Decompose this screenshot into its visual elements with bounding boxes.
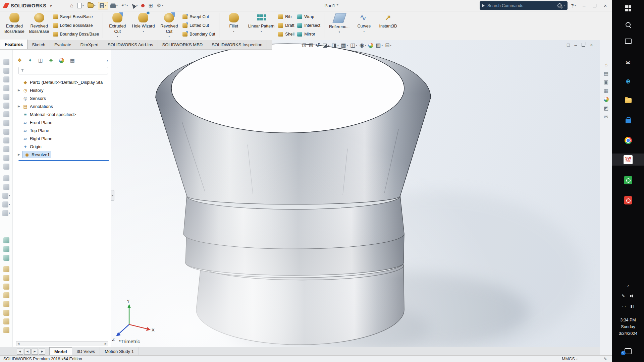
close-button[interactable]: × <box>602 3 609 8</box>
tool-icon[interactable] <box>3 301 9 307</box>
part-model[interactable] <box>111 40 600 347</box>
file-explorer-icon[interactable]: ▣ <box>604 79 608 84</box>
volume-icon[interactable] <box>630 294 635 298</box>
tab-scroll-prev[interactable]: ◀ <box>24 349 31 355</box>
previous-view-button[interactable]: ↺ <box>316 43 320 48</box>
forum-icon[interactable]: ✉ <box>604 114 608 119</box>
tool-icon[interactable] <box>3 146 9 152</box>
edge-app-button[interactable]: e <box>612 76 644 86</box>
home-button[interactable]: ⌂ <box>69 2 75 9</box>
tab-sketch[interactable]: Sketch <box>28 40 50 49</box>
tool-icon[interactable]: ▾ <box>2 191 10 200</box>
swept-boss-base-button[interactable]: Swept Boss/Base <box>53 13 99 20</box>
undo-button[interactable]: ↶▾ <box>120 2 129 9</box>
options-table-button[interactable]: ⊞ <box>147 2 154 9</box>
extruded-boss-base-button[interactable]: ExtrudedBoss/Base <box>2 11 27 40</box>
green-app-button[interactable] <box>612 174 644 186</box>
doc-minimize-button[interactable]: – <box>574 42 577 48</box>
revolved-boss-base-button[interactable]: RevolvedBoss/Base <box>27 11 52 40</box>
tab-scroll-next[interactable]: ▶ <box>32 349 38 355</box>
scroll-right-arrow[interactable]: ▶ <box>105 342 107 345</box>
search-input[interactable] <box>487 3 555 8</box>
tool-icon[interactable]: ▾ <box>2 209 10 218</box>
maximize-button[interactable] <box>591 3 598 8</box>
tool-icon[interactable] <box>3 275 9 281</box>
tab-evaluate[interactable]: Evaluate <box>50 40 76 49</box>
tool-icon[interactable] <box>3 137 9 143</box>
fillet-button[interactable]: Fillet ▾ <box>222 11 246 40</box>
scroll-left-arrow[interactable]: ◀ <box>17 342 19 345</box>
lofted-boss-base-button[interactable]: Lofted Boss/Base <box>53 22 99 29</box>
shell-button[interactable]: Shell <box>278 31 294 38</box>
open-button[interactable]: ▾ <box>86 2 97 9</box>
tab-solidworks-inspection[interactable]: SOLIDWORKS Inspection <box>207 40 267 49</box>
rebuild-button[interactable] <box>140 3 146 8</box>
swept-cut-button[interactable]: Swept Cut <box>182 13 215 20</box>
tab-solidworks-add-ins[interactable]: SOLIDWORKS Add-Ins <box>103 40 158 49</box>
tree-item-revolve1[interactable]: ▶ ◉ Revolve1 <box>12 150 111 159</box>
view-orientation-button[interactable]: ▦▾ <box>341 43 348 48</box>
tool-icon[interactable] <box>3 76 9 82</box>
red-app-button[interactable] <box>612 194 644 206</box>
lofted-cut-button[interactable]: Lofted Cut <box>182 22 215 29</box>
curves-button[interactable]: Curves ▾ <box>352 11 376 40</box>
tool-icon[interactable] <box>3 237 9 243</box>
tool-icon[interactable] <box>3 255 9 261</box>
expand-arrow-icon[interactable]: ▶ <box>18 105 22 108</box>
apply-scene-button[interactable]: ▨▾ <box>376 43 383 48</box>
tool-icon[interactable] <box>3 155 9 161</box>
tab-scroll-last[interactable]: ▶ <box>39 349 45 355</box>
tool-icon[interactable] <box>3 164 9 170</box>
tree-item-history[interactable]: ▶ ◷ History <box>12 86 111 94</box>
wrap-button[interactable]: Wrap <box>297 13 320 20</box>
tool-icon[interactable] <box>3 120 9 126</box>
mirror-button[interactable]: Mirror <box>297 31 320 38</box>
tab-scroll-first[interactable]: ◀ <box>17 349 23 355</box>
rib-button[interactable]: Rib <box>278 13 294 20</box>
doc-restore-button[interactable] <box>582 42 585 48</box>
boundary-boss-base-button[interactable]: Boundary Boss/Base <box>53 31 99 38</box>
revolved-cut-button[interactable]: RevolvedCut ▾ <box>157 11 181 40</box>
tool-icon[interactable] <box>3 94 9 100</box>
tool-icon[interactable]: ▾ <box>2 200 10 209</box>
tree-item-annotations[interactable]: ▶ ▤ Annotations <box>12 102 111 110</box>
tree-item-top-plane[interactable]: ▱ Top Plane <box>12 126 111 134</box>
zoom-to-area-button[interactable]: ⊞ <box>309 43 313 48</box>
view-palette-icon[interactable]: ▦ <box>604 88 608 93</box>
tool-icon[interactable] <box>3 129 9 135</box>
expand-arrow-icon[interactable]: ▶ <box>18 88 22 92</box>
doc-close-button[interactable]: × <box>590 42 593 48</box>
tool-icon[interactable] <box>3 85 9 91</box>
tab-dimxpert[interactable]: DimXpert <box>76 40 103 49</box>
linear-pattern-button[interactable]: Linear Pattern ▾ <box>246 11 277 40</box>
tree-filter-input[interactable] <box>26 68 106 73</box>
tool-icon[interactable] <box>3 327 9 333</box>
print-button[interactable]: ▾ <box>109 2 119 9</box>
new-document-button[interactable]: ▾ <box>76 2 85 9</box>
displaymanager-tab-icon[interactable] <box>59 58 64 63</box>
solidworks-app-button[interactable]: SW 2018 <box>612 154 644 166</box>
taskbar-search-button[interactable] <box>612 19 644 29</box>
units-selector[interactable]: MMGS ▾ <box>562 357 578 361</box>
minimize-button[interactable]: – <box>581 3 587 8</box>
tool-icon[interactable] <box>3 68 9 74</box>
menu-expand-arrow[interactable]: ▸ <box>50 3 52 8</box>
tree-item-sensors[interactable]: ◎ Sensors <box>12 94 111 102</box>
tool-icon[interactable] <box>3 284 9 290</box>
tool-icon[interactable] <box>3 266 9 272</box>
appearances-scenes-icon[interactable] <box>604 97 609 102</box>
help-button[interactable]: ?▾ <box>570 2 577 9</box>
reference-geometry-button[interactable]: Referenc... ▾ <box>327 11 352 40</box>
tool-icon[interactable] <box>3 184 9 190</box>
pen-tray-icon[interactable]: ✎ <box>622 294 625 298</box>
custom-properties-icon[interactable]: ◩ <box>604 106 608 111</box>
draft-button[interactable]: Draft <box>278 22 294 29</box>
expand-arrow-icon[interactable]: ▶ <box>18 153 22 156</box>
start-button[interactable] <box>612 3 644 13</box>
tree-filter-box[interactable] <box>18 67 108 74</box>
login-button[interactable]: ▾ <box>557 3 566 9</box>
fullscreen-button[interactable]: □ <box>567 42 570 48</box>
tab-model[interactable]: Model <box>49 347 72 356</box>
solidworks-resources-icon[interactable]: ⌂ <box>604 62 607 67</box>
tool-icon[interactable] <box>3 175 9 181</box>
